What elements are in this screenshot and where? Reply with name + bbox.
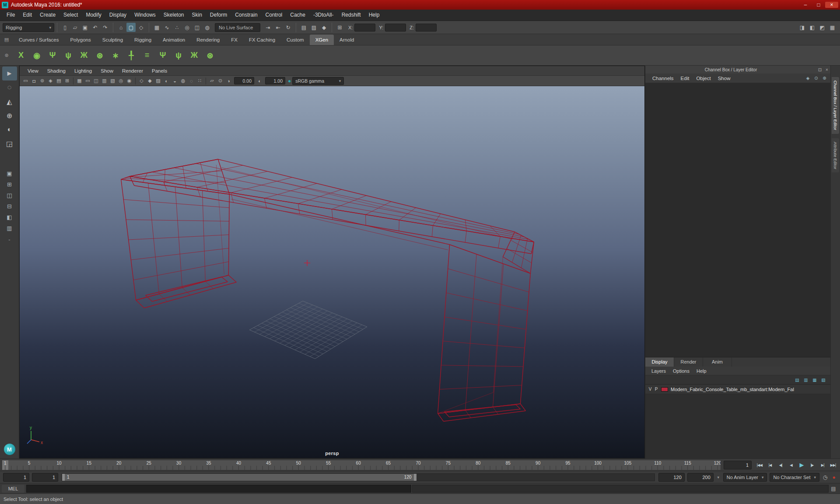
select-tool[interactable]: ►: [2, 66, 17, 80]
viewport-menu-item[interactable]: Lighting: [70, 68, 96, 74]
xgen-import-icon[interactable]: ψ: [171, 47, 186, 64]
layout-four-pane[interactable]: ⊞: [3, 179, 16, 190]
move-layer-down-icon[interactable]: ▥: [802, 376, 810, 383]
viewport-3d-view[interactable]: yx persp: [20, 86, 644, 458]
camera-attributes-icon[interactable]: ⊚: [38, 77, 46, 85]
menu-item[interactable]: Skin: [188, 10, 206, 21]
side-panel-tab[interactable]: Channel Box / Layer Editor: [832, 77, 839, 134]
symmetry-icon[interactable]: ⊞: [335, 23, 344, 32]
menu-item[interactable]: Display: [105, 10, 130, 21]
viewport-menu-item[interactable]: Shading: [43, 68, 70, 74]
range-end-handle[interactable]: [414, 474, 416, 481]
manipulator-icon[interactable]: ◈: [804, 74, 812, 82]
shelf-tab[interactable]: Rigging: [129, 35, 157, 45]
popout-icon[interactable]: ⊡: [816, 67, 823, 72]
side-panel-tab[interactable]: Attribute Editor: [832, 138, 839, 173]
animation-start-input[interactable]: 1: [3, 473, 29, 482]
command-input[interactable]: [26, 485, 411, 493]
new-scene-icon[interactable]: ▯: [60, 23, 70, 32]
lock-camera-icon[interactable]: ◘: [30, 77, 38, 85]
playback-options-icon[interactable]: ◷: [821, 474, 830, 480]
current-frame-input[interactable]: 1: [724, 461, 752, 469]
film-gate-icon[interactable]: ▭: [84, 77, 92, 85]
render-settings-icon[interactable]: ◆: [319, 23, 329, 32]
play-forward-button[interactable]: ▶: [796, 460, 807, 470]
snap-grid-icon[interactable]: ▦: [152, 23, 161, 32]
shelf-tab[interactable]: FX Caching: [243, 35, 281, 45]
shelf-config-icon[interactable]: ⊛: [0, 46, 13, 65]
menu-set-selector[interactable]: Rigging ▾: [3, 23, 54, 32]
move-layer-up-icon[interactable]: ▤: [793, 376, 801, 383]
character-set-dropdown[interactable]: No Character Set ▾: [770, 473, 819, 482]
step-back-key-button[interactable]: |◀: [765, 460, 775, 470]
layer-visibility-toggle[interactable]: V: [647, 387, 653, 392]
viewport-menu-item[interactable]: View: [23, 68, 43, 74]
shelf-tab[interactable]: Arnold: [334, 35, 360, 45]
layer-name[interactable]: Modern_Fabric_Console_Table_mb_standart:…: [671, 387, 794, 392]
shelf-tab[interactable]: Sculpting: [97, 35, 129, 45]
auto-keyframe-icon[interactable]: ●: [830, 474, 838, 480]
motion-blur-icon[interactable]: ◌: [187, 77, 196, 85]
anim-layer-dropdown[interactable]: No Anim Layer ▾: [723, 473, 767, 482]
exposure-icon[interactable]: ◑: [224, 77, 233, 85]
script-editor-icon[interactable]: ▤: [829, 486, 838, 492]
playback-start-input[interactable]: 1: [32, 473, 58, 482]
textured-mode-icon[interactable]: ▨: [154, 77, 162, 85]
layer-editor-menu-item[interactable]: Layers: [648, 368, 669, 374]
input-connections-icon[interactable]: ⇥: [263, 23, 273, 32]
snap-curve-icon[interactable]: ∿: [162, 23, 172, 32]
gamma-icon[interactable]: ◐: [256, 77, 264, 85]
shelf-tab[interactable]: Curves / Surfaces: [13, 35, 64, 45]
layout-single-pane[interactable]: ▣: [3, 168, 16, 179]
safe-action-icon[interactable]: ◎: [117, 77, 125, 85]
scale-tool[interactable]: ◲: [2, 136, 17, 150]
menu-item[interactable]: Control: [262, 10, 287, 21]
y-coordinate-input[interactable]: [385, 24, 406, 32]
select-hierarchy-icon[interactable]: ⌂: [116, 23, 126, 32]
undo-icon[interactable]: ↶: [91, 23, 100, 32]
layer-editor-menu-item[interactable]: Options: [669, 368, 693, 374]
sidebar-attribute-editor-icon[interactable]: ◨: [798, 23, 807, 32]
field-chart-icon[interactable]: ▧: [108, 77, 117, 85]
multisample-aa-icon[interactable]: ∷: [196, 77, 204, 85]
x-coordinate-input[interactable]: [354, 24, 375, 32]
xgen-mesh-icon[interactable]: ≡: [139, 47, 155, 64]
select-component-icon[interactable]: ◇: [136, 23, 146, 32]
menu-item[interactable]: Edit: [19, 10, 36, 21]
sidebar-channelbox-icon[interactable]: ◩: [818, 23, 827, 32]
layer-editor-tab[interactable]: Render: [674, 357, 703, 367]
resolution-gate-icon[interactable]: ◫: [92, 77, 100, 85]
layer-editor-tab[interactable]: Anim: [703, 357, 732, 367]
sidebar-tool-settings-icon[interactable]: ◧: [808, 23, 817, 32]
close-button[interactable]: ×: [825, 2, 838, 8]
bookmark-icon[interactable]: ◈: [46, 77, 55, 85]
step-forward-frame-button[interactable]: |▶: [807, 460, 817, 470]
separator[interactable]: [206, 77, 206, 84]
menu-item[interactable]: -3DtoAll-: [309, 10, 338, 21]
snap-view-plane-icon[interactable]: ◫: [192, 23, 202, 32]
xgen-description-icon[interactable]: Ψ: [45, 47, 60, 64]
xgen-cache-icon[interactable]: ⊛: [202, 47, 218, 64]
layout-two-stacked[interactable]: ⊟: [3, 201, 16, 212]
layer-editor-menu-item[interactable]: Help: [693, 368, 710, 374]
paint-select-tool[interactable]: ◭: [2, 94, 17, 108]
new-layer-from-selected-icon[interactable]: ▧: [819, 376, 827, 383]
shelf-tab[interactable]: Polygons: [64, 35, 96, 45]
image-plane-icon[interactable]: ▤: [55, 77, 63, 85]
menu-item[interactable]: Help: [365, 10, 384, 21]
layer-editor-tab[interactable]: Display: [645, 357, 674, 367]
new-empty-layer-icon[interactable]: ▦: [811, 376, 819, 383]
viewport-menu-item[interactable]: Renderer: [118, 68, 147, 74]
play-backwards-button[interactable]: ◀: [786, 460, 796, 470]
select-object-icon[interactable]: ▢: [126, 23, 136, 32]
xgen-clump-icon[interactable]: ╀: [123, 47, 139, 64]
live-surface-field[interactable]: No Live Surface: [215, 23, 260, 32]
xgen-sphere-icon[interactable]: ◉: [29, 47, 45, 64]
layer-playback-toggle[interactable]: P: [653, 387, 659, 392]
channel-box-menu-item[interactable]: Channels: [649, 76, 677, 81]
go-to-end-button[interactable]: ▶▶|: [828, 460, 838, 470]
menu-item[interactable]: Deform: [206, 10, 231, 21]
ambient-occlusion-icon[interactable]: ◍: [179, 77, 187, 85]
select-camera-icon[interactable]: ▭: [21, 77, 30, 85]
menu-item[interactable]: Constrain: [231, 10, 261, 21]
